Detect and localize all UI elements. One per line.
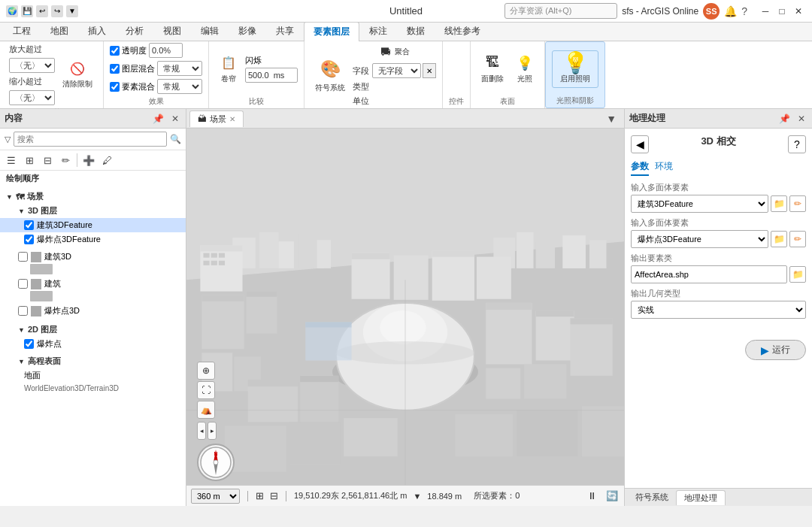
- tab-view[interactable]: 视图: [153, 21, 191, 41]
- zoom-out-select[interactable]: 〈无〉: [9, 90, 55, 105]
- pause-icon[interactable]: ⏸: [586, 490, 598, 501]
- minimize-button[interactable]: ─: [758, 5, 773, 18]
- building-checkbox[interactable]: [18, 279, 28, 289]
- input2-edit-btn[interactable]: ✏: [789, 231, 806, 247]
- output-input[interactable]: [631, 265, 787, 283]
- scene-view[interactable]: ⊕ ⛶ ⛺ ◂ ▸ N: [186, 129, 624, 485]
- output-folder-btn[interactable]: 📁: [789, 266, 806, 283]
- layer-ground[interactable]: 地面: [0, 368, 186, 383]
- bottom-tab-symbol[interactable]: 符号系统: [628, 490, 676, 504]
- edit2-icon[interactable]: 🖊: [98, 152, 115, 168]
- tab-share[interactable]: 共享: [266, 21, 304, 41]
- building-3d-checkbox[interactable]: [18, 252, 28, 262]
- list-icon[interactable]: ☰: [3, 152, 20, 168]
- layer-explode-2d[interactable]: 爆炸点: [0, 337, 186, 351]
- right-panel-close-icon[interactable]: ✕: [795, 113, 807, 125]
- building-3d-feature-checkbox[interactable]: [24, 220, 34, 230]
- input2-select[interactable]: 爆炸点3DFeature: [631, 230, 768, 248]
- lighting-button[interactable]: 💡 光照: [511, 52, 538, 86]
- save-icon[interactable]: 💾: [21, 5, 33, 17]
- input1-select[interactable]: 建筑3DFeature: [631, 195, 768, 213]
- feature-blend-select[interactable]: 常规: [157, 79, 202, 94]
- tab-engineering[interactable]: 工程: [3, 21, 41, 41]
- geo-tab-env[interactable]: 环境: [655, 160, 673, 176]
- scene-dropdown-icon[interactable]: ▼: [601, 111, 621, 126]
- left-panel-close-icon[interactable]: ✕: [169, 113, 181, 125]
- face-delete-button[interactable]: 🏗 面删除: [477, 52, 508, 86]
- pencil-icon[interactable]: ✏: [57, 152, 74, 168]
- search-box[interactable]: 分享资源 (Alt+Q): [504, 3, 617, 19]
- elevation-section[interactable]: ▼ 高程表面: [0, 354, 186, 368]
- feature-blend-checkbox[interactable]: [110, 82, 120, 92]
- redo-icon[interactable]: ↪: [51, 5, 63, 17]
- layer-blend-checkbox[interactable]: [110, 64, 120, 74]
- layer-search-input[interactable]: [14, 132, 167, 147]
- symbol-sys-button[interactable]: 🎨 符号系统: [311, 55, 350, 95]
- tab-label[interactable]: 标注: [359, 21, 397, 41]
- scene-tab[interactable]: 🏔 场景 ✕: [189, 111, 244, 127]
- transparency-input[interactable]: [149, 43, 183, 58]
- geo-tab-params[interactable]: 参数: [631, 160, 649, 176]
- grid-status-icon[interactable]: ⊟: [270, 490, 278, 501]
- geo-back-button[interactable]: ◀: [631, 135, 649, 153]
- clear-limit-button[interactable]: 🚫 清除限制: [58, 57, 97, 92]
- input2-folder-btn[interactable]: 📁: [771, 231, 787, 247]
- pin-icon[interactable]: 📌: [150, 113, 166, 125]
- refresh-icon[interactable]: 🔄: [604, 490, 620, 501]
- undo-icon[interactable]: ↩: [36, 5, 48, 17]
- tab-edit[interactable]: 编辑: [191, 21, 229, 41]
- layer-building-3d-feature[interactable]: 建筑3DFeature: [0, 218, 186, 232]
- layer-blend-select[interactable]: 常规: [157, 61, 202, 76]
- bottom-tab-geo[interactable]: 地理处理: [676, 490, 726, 505]
- notification-icon[interactable]: 🔔: [724, 5, 737, 17]
- tab-analysis[interactable]: 分析: [116, 21, 153, 41]
- tab-insert[interactable]: 插入: [78, 21, 116, 41]
- field-select[interactable]: 无字段: [372, 63, 421, 78]
- tab-map[interactable]: 地图: [41, 21, 78, 41]
- scene-section[interactable]: ▼ 🗺 场景: [0, 189, 186, 204]
- tab-feature-layer[interactable]: 要素图层: [304, 22, 359, 41]
- layer-world-elevation[interactable]: WorldElevation3D/Terrain3D: [0, 383, 186, 394]
- menu-icon[interactable]: ▼: [66, 5, 78, 17]
- input1-folder-btn[interactable]: 📁: [771, 195, 787, 212]
- tab-linear-ref[interactable]: 线性参考: [435, 21, 490, 41]
- tab-imagery[interactable]: 影像: [229, 21, 266, 41]
- explode-3d-feature-checkbox[interactable]: [24, 235, 34, 244]
- run-button[interactable]: ▶ 运行: [745, 340, 806, 360]
- layer-3d-section[interactable]: ▼ 3D 图层: [0, 204, 186, 218]
- input1-edit-btn[interactable]: ✏: [789, 195, 806, 212]
- user-avatar[interactable]: SS: [703, 3, 720, 20]
- table-icon[interactable]: ⊞: [21, 152, 38, 168]
- geo-type-select[interactable]: 实线: [631, 301, 806, 319]
- explode-3d-checkbox[interactable]: [18, 306, 28, 316]
- compass-rose[interactable]: N: [197, 444, 235, 481]
- layers-status-icon[interactable]: ⊞: [256, 490, 264, 501]
- layer-building-3d[interactable]: 建筑3D: [0, 250, 186, 264]
- transparency-checkbox[interactable]: [110, 46, 120, 56]
- scale-select[interactable]: 360 m: [191, 489, 240, 504]
- nav-full-btn[interactable]: ⛶: [197, 381, 215, 399]
- tab-data[interactable]: 数据: [397, 21, 435, 41]
- help-icon[interactable]: ?: [741, 5, 747, 17]
- nav-right-btn[interactable]: ▸: [208, 422, 217, 440]
- merge-button[interactable]: ⛟ 聚合: [353, 43, 436, 61]
- explode-2d-checkbox[interactable]: [24, 339, 34, 349]
- nav-person-btn[interactable]: ⛺: [197, 401, 215, 419]
- scene-tab-close[interactable]: ✕: [229, 115, 235, 123]
- add-layer-icon[interactable]: ➕: [80, 152, 97, 168]
- maximize-button[interactable]: □: [774, 5, 789, 18]
- layer-explode-3d-feature[interactable]: 爆炸点3DFeature: [0, 232, 186, 247]
- search-icon[interactable]: 🔍: [170, 134, 181, 144]
- close-button[interactable]: ✕: [791, 5, 806, 18]
- layer-building[interactable]: 建筑: [0, 277, 186, 291]
- field-clear-btn[interactable]: ✕: [423, 63, 436, 78]
- nav-arrows-btn[interactable]: ⊕: [197, 362, 215, 380]
- enable-lighting-button[interactable]: 💡 启用照明: [552, 50, 598, 88]
- filter2-icon[interactable]: ⊟: [39, 152, 56, 168]
- flash-input[interactable]: [245, 68, 298, 83]
- swipe-button[interactable]: 📋 卷帘: [215, 52, 242, 86]
- zoom-in-select[interactable]: 〈无〉: [9, 58, 55, 73]
- right-pin-icon[interactable]: 📌: [777, 113, 792, 125]
- geo-help-button[interactable]: ?: [788, 135, 806, 153]
- layer-explode-3d[interactable]: 爆炸点3D: [0, 304, 186, 318]
